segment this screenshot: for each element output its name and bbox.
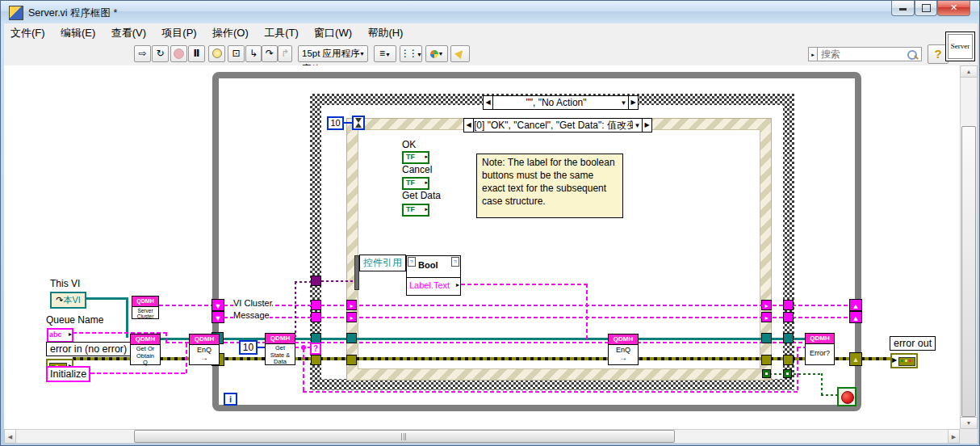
minimize-button[interactable]: [891, 1, 915, 16]
thumb-grip-icon: [405, 433, 408, 440]
font-selector[interactable]: 15pt 应用程序字体 ▼: [298, 45, 368, 62]
initialize-string-constant[interactable]: Initialize: [46, 366, 90, 382]
out-arrow-icon: ▸: [456, 281, 459, 288]
event-dropdown-icon[interactable]: ▼: [633, 122, 642, 129]
cancel-button-label: Cancel: [402, 164, 432, 175]
ctl-ref-item[interactable]: 控件引用: [359, 255, 406, 271]
shift-register-right-message[interactable]: ▲: [849, 311, 862, 323]
highlight-execution-icon: [212, 48, 222, 58]
case-selector-text: "", "No Action": [493, 97, 619, 108]
tunnel-error-event-right[interactable]: [761, 355, 772, 365]
step-over-button[interactable]: ↷: [262, 45, 278, 62]
align-objects-icon: ≡: [379, 48, 385, 59]
property-node-property[interactable]: Label.Text: [409, 280, 450, 290]
tunnel-queue-case-right[interactable]: [783, 333, 794, 343]
tunnel-queue-event-left[interactable]: [346, 333, 357, 343]
tunnel-message-event-left[interactable]: ▸: [346, 312, 357, 322]
get-data-boolean-terminal[interactable]: TF ▸: [402, 204, 429, 217]
menu-window[interactable]: 窗口(W): [308, 23, 358, 41]
iteration-terminal[interactable]: i: [224, 393, 237, 406]
qdmh-enqueue-init-node[interactable]: QDMH EnQ →: [189, 334, 220, 365]
abort-button[interactable]: [170, 45, 187, 62]
stop-wire: [764, 373, 823, 375]
case-selector-label[interactable]: ◀ "", "No Action" ▼ ▶: [483, 95, 639, 110]
case-selector-terminal[interactable]: ?: [310, 343, 321, 355]
qdmh-enqueue-event-node[interactable]: QDMH EnQ →: [608, 334, 639, 365]
scroll-down-icon[interactable]: ▼: [960, 417, 978, 429]
highlight-execution-button[interactable]: [208, 45, 225, 62]
menu-view[interactable]: 查看(V): [105, 23, 153, 41]
tunnel-stop-case-right[interactable]: [783, 369, 792, 378]
step-into-button[interactable]: ↳: [245, 45, 262, 62]
case-dropdown-icon[interactable]: ▼: [619, 99, 628, 107]
tunnel-error-event-left[interactable]: [346, 355, 357, 365]
qdmh-get-or-obtain-q-node[interactable]: QDMH Get Or Obtain Q: [130, 334, 161, 365]
menu-project[interactable]: 项目(P): [155, 23, 203, 41]
tunnel-message-event-right[interactable]: ▸: [761, 312, 772, 322]
run-continuous-button[interactable]: ↻: [152, 45, 169, 62]
ok-boolean-terminal[interactable]: TF ▸: [402, 151, 429, 164]
qdmh-error-check-node[interactable]: QDMH Error?: [805, 333, 835, 365]
previous-case-icon[interactable]: ◀: [484, 96, 493, 109]
close-button[interactable]: ✕: [937, 1, 970, 16]
distribute-objects-button[interactable]: ⋮⋮▼: [400, 45, 422, 62]
maximize-button[interactable]: [915, 1, 937, 16]
menu-tools[interactable]: 工具(T): [258, 23, 305, 41]
shift-register-left-message[interactable]: ▼: [211, 311, 224, 323]
search-input[interactable]: [818, 47, 905, 61]
shift-register-left-vi-cluster[interactable]: ▼: [211, 299, 224, 311]
shift-register-right-vi-cluster[interactable]: ▲: [849, 299, 862, 311]
next-case-icon[interactable]: ▶: [628, 96, 638, 109]
state-loop-wire: [797, 347, 798, 393]
search-button[interactable]: [904, 47, 922, 61]
tunnel-message-case-right[interactable]: [783, 312, 794, 322]
tunnel-queue-event-right[interactable]: [761, 333, 772, 343]
tunnel-vicluster-case-right[interactable]: [783, 300, 794, 310]
shift-register-right-error[interactable]: ▲: [849, 352, 862, 366]
tunnel-vicluster-event-right[interactable]: ▸: [761, 300, 772, 310]
scroll-up-icon[interactable]: ▲: [960, 65, 978, 78]
scroll-right-icon[interactable]: ▶: [948, 429, 960, 444]
timeout-constant[interactable]: 10: [327, 116, 344, 130]
menu-file[interactable]: 文件(F): [4, 23, 52, 41]
error-out-terminal[interactable]: ▶: [890, 353, 918, 368]
tunnel-error-case-left[interactable]: [311, 355, 321, 365]
tunnel-vicluster-case-left[interactable]: [311, 300, 321, 310]
tunnel-ctlref-case-left[interactable]: [311, 276, 321, 286]
menu-edit[interactable]: 编辑(E): [54, 23, 102, 41]
ok-button-label: OK: [402, 139, 416, 150]
cancel-boolean-terminal[interactable]: TF ▸: [402, 177, 429, 190]
search-expander[interactable]: ▸: [808, 47, 818, 61]
stop-button-terminal[interactable]: [837, 387, 856, 406]
run-button[interactable]: ⇨: [134, 45, 151, 62]
tunnel-stop-event-right[interactable]: [762, 369, 771, 378]
retain-wire-values-button[interactable]: ⊡: [228, 45, 245, 62]
reorder-objects-button[interactable]: ▼: [425, 45, 448, 62]
pause-button[interactable]: Ⅱ: [188, 45, 205, 62]
scroll-left-icon[interactable]: ◀: [4, 429, 16, 444]
align-objects-button[interactable]: ≡▼: [374, 45, 396, 62]
qdmh-get-state-data-node[interactable]: QDMH Get State & Data: [265, 333, 295, 365]
abort-icon: [174, 48, 184, 59]
step-out-button[interactable]: ↱: [278, 45, 292, 62]
this-vi-reference[interactable]: ↷本VI: [50, 292, 86, 309]
previous-event-icon[interactable]: ◀: [464, 119, 474, 132]
vertical-scrollbar-thumb[interactable]: [961, 126, 976, 417]
menu-help[interactable]: 帮助(H): [361, 23, 409, 41]
queue-name-terminal[interactable]: abc ▸: [47, 328, 73, 343]
tunnel-error-case-right[interactable]: [783, 355, 794, 365]
wait-ms-constant[interactable]: 10: [239, 340, 258, 355]
event-selector-label[interactable]: ◀ [0] "OK", "Cancel", "Get Data": 值改变 ▼ …: [463, 118, 652, 133]
menu-operate[interactable]: 操作(O): [206, 23, 255, 41]
title-bar: Server.vi 程序框图 * ✕: [1, 1, 980, 23]
next-event-icon[interactable]: ▶: [642, 119, 651, 132]
property-node[interactable]: ?! ?! Bool Label.Text ▸: [406, 255, 461, 296]
qdmh-server-cluster-node[interactable]: QDMH Server Cluster: [132, 296, 159, 319]
tunnel-vicluster-event-left[interactable]: ▸: [346, 300, 357, 310]
tunnel-message-case-left[interactable]: [311, 312, 321, 322]
horizontal-scrollbar-thumb[interactable]: [134, 430, 675, 443]
vi-icon[interactable]: Server: [945, 32, 975, 61]
labview-app-icon: [9, 6, 23, 20]
vi-cluster-wire: [159, 305, 212, 306]
cleanup-diagram-button[interactable]: [450, 45, 470, 62]
